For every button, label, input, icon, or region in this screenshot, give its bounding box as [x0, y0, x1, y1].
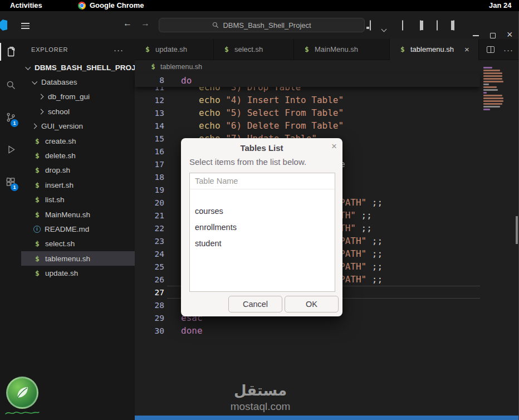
explorer-item-mainmenu-sh[interactable]: $MainMenu.sh [21, 207, 135, 222]
code-line-13[interactable]: 13echo "5) Select From Table" [135, 106, 480, 119]
explorer-item-gui-version[interactable]: GUI_version [21, 119, 135, 134]
minimap[interactable] [480, 66, 513, 111]
minimap-bar [483, 72, 502, 74]
tab-mainmenu-sh[interactable]: $MainMenu.sh [294, 39, 390, 60]
gnome-top-bar: Activities Google Chrome Jan 24 [0, 0, 519, 11]
site-logo [2, 377, 42, 420]
table-list-item-courses[interactable]: courses [190, 203, 335, 219]
toggle-panel-icon[interactable] [437, 21, 438, 31]
dialog-title: Tables List [181, 138, 342, 154]
line-code: echo "4) Insert Into Table" [181, 95, 344, 105]
shell-file-icon: $ [144, 45, 151, 53]
code-line-30[interactable]: 30done [135, 324, 480, 337]
explorer-item-label: MainMenu.sh [45, 211, 90, 219]
shell-file-icon: $ [33, 240, 41, 248]
line-number: 20 [135, 198, 164, 207]
tables-list: Table Name coursesenrollmentsstudent [189, 173, 335, 292]
explorer-item-update-sh[interactable]: $update.sh [21, 266, 135, 280]
line-number: 16 [135, 147, 164, 156]
explorer-item-label: tablemenu.sh [45, 255, 90, 263]
explorer-more-actions-icon[interactable]: ··· [114, 45, 124, 55]
cancel-button[interactable]: Cancel [228, 296, 282, 312]
vscode-logo-icon [0, 19, 7, 31]
line-number: 14 [135, 121, 164, 130]
table-name-column-header: Table Name [190, 173, 335, 189]
explorer-item-databases[interactable]: Databases [21, 75, 135, 89]
maximize-button[interactable] [490, 33, 496, 38]
line-code-fragment: PATH" ;; [340, 236, 383, 246]
table-list-item-enrollments[interactable]: enrollments [190, 219, 335, 235]
chevron-down-icon[interactable] [382, 23, 386, 33]
scrollbar-thumb[interactable] [516, 216, 518, 244]
chevron-right-icon [32, 124, 37, 129]
forward-arrow-icon[interactable]: → [141, 18, 150, 28]
command-center-search[interactable]: DBMS_Bash_Shell_Project [159, 18, 365, 32]
line-code-fragment: PATH" ;; [340, 248, 383, 259]
explorer-item-insert-sh[interactable]: $insert.sh [21, 178, 135, 192]
tab-label: tablemenu.sh [410, 45, 454, 53]
back-arrow-icon[interactable]: ← [123, 18, 132, 28]
tab-actions: ··· [487, 39, 513, 60]
menu-icon[interactable] [21, 21, 30, 31]
clock[interactable]: Jan 24 [489, 1, 511, 9]
desktop: { "desktop": { "activities_label": "Acti… [0, 0, 519, 420]
dialog-close-icon[interactable]: × [331, 141, 337, 152]
line-code: echo "6) Delete From Table" [181, 120, 344, 131]
activities-button[interactable]: Activities [10, 1, 42, 9]
explorer-item-delete-sh[interactable]: $delete.sh [21, 148, 135, 163]
close-window-button[interactable]: × [507, 29, 513, 41]
minimap-bar [483, 70, 500, 71]
minimap-bar [483, 81, 503, 82]
line-code-fragment: PATH" ;; [340, 261, 383, 272]
explorer-item-label: create.sh [45, 137, 76, 145]
explorer-item-drop-sh[interactable]: $drop.sh [21, 163, 135, 178]
explorer-item-tablemenu-sh[interactable]: $tablemenu.sh [21, 251, 135, 266]
breadcrumb[interactable]: $ tablemenu.sh [135, 60, 519, 74]
code-token: ;; [361, 223, 372, 233]
table-list-item-student[interactable]: student [190, 235, 335, 251]
code-token: done [181, 325, 203, 336]
code-line-12[interactable]: 12echo "4) Insert Into Table" [135, 94, 480, 106]
explorer-item-label: Databases [41, 78, 77, 86]
explorer-item-label: delete.sh [45, 152, 76, 160]
code-token: do [181, 75, 192, 86]
explorer-sidebar: EXPLORER ··· DBMS_BASH_SHELL_PROJ...Data… [21, 39, 135, 420]
explorer-item-readme-md[interactable]: iREADME.md [21, 222, 135, 236]
explorer-item-school[interactable]: school [21, 104, 135, 119]
search-activity-icon[interactable] [0, 74, 21, 96]
code-token: echo [199, 120, 226, 131]
tab-tablemenu-sh[interactable]: $tablemenu.sh× [390, 39, 479, 60]
toggle-sidebar-icon[interactable] [420, 21, 421, 31]
editor-more-actions-icon[interactable]: ··· [503, 45, 513, 55]
explorer-item-select-sh[interactable]: $select.sh [21, 237, 135, 251]
minimap-bar [483, 92, 487, 94]
minimap-bar [483, 78, 502, 80]
tab-select-sh[interactable]: $select.sh [214, 39, 294, 60]
close-tab-icon[interactable]: × [464, 45, 469, 54]
run-debug-activity-icon[interactable] [0, 138, 21, 160]
multi-window-icon[interactable] [370, 21, 371, 31]
tables-list-dialog: Tables List × Select items from the list… [181, 138, 342, 316]
explorer-item-db-from-gui[interactable]: db_from_gui [21, 90, 135, 104]
explorer-item-label: select.sh [45, 240, 75, 248]
code-line-14[interactable]: 14echo "6) Delete From Table" [135, 119, 480, 132]
tab-update-sh[interactable]: $update.sh [135, 39, 214, 60]
shell-file-icon: $ [33, 211, 41, 219]
explorer-item-create-sh[interactable]: $create.sh [21, 134, 135, 148]
extensions-activity-icon[interactable] [0, 170, 21, 193]
shell-file-icon: $ [33, 255, 41, 263]
toggle-secondary-sidebar-icon[interactable] [453, 21, 454, 31]
explorer-activity-icon[interactable] [0, 41, 21, 63]
split-editor-icon[interactable] [487, 46, 494, 53]
sticky-scroll-line[interactable]: 8do [135, 74, 480, 87]
ok-button[interactable]: OK [285, 296, 339, 312]
line-number: 24 [135, 250, 164, 258]
explorer-item-list-sh[interactable]: $list.sh [21, 193, 135, 207]
line-number: 8 [135, 76, 164, 85]
line-code: echo "5) Select From Table" [181, 108, 344, 118]
line-number: 30 [135, 326, 164, 335]
focused-app-menu[interactable]: Google Chrome [90, 1, 144, 9]
minimize-button[interactable] [473, 35, 479, 36]
editor-layout-grid-icon[interactable] [402, 21, 403, 31]
explorer-item-dbms-bash-shell-proj[interactable]: DBMS_BASH_SHELL_PROJ... [21, 60, 135, 75]
